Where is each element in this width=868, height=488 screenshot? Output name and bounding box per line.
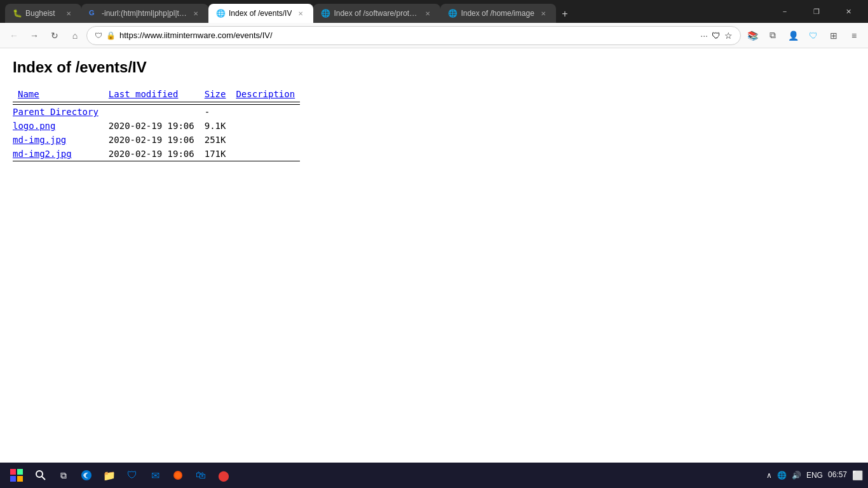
forward-button[interactable]: → [25,27,43,44]
reading-list-icon[interactable]: 📚 [743,27,761,44]
title-bar: 🐛 Bugheist ✕ G -inurl:(htm|html|php|pl|t… [0,0,868,23]
taskbar-volume-icon: 🔊 [792,471,801,480]
taskbar-edge-icon[interactable] [76,465,97,485]
close-button[interactable]: ✕ [834,0,863,23]
tab-label-events-iv: Index of /events/IV [229,9,292,18]
table-bottom-separator [13,161,300,162]
taskbar-shield-icon[interactable]: 🛡 [122,465,142,485]
taskbar-firefox-icon[interactable] [168,465,188,485]
col-header-last-modified: Last modified [104,86,200,102]
tab-label-home-image: Index of /home/image [461,9,534,18]
minimize-button[interactable]: − [770,0,799,23]
file-name-cell: Parent Directory [13,105,104,119]
svg-rect-1 [17,469,23,475]
tab-favicon-home-image: 🌐 [448,9,457,18]
back-button[interactable]: ← [5,27,23,44]
tab-close-software[interactable]: ✕ [423,8,433,18]
tab-bugheist[interactable]: 🐛 Bugheist ✕ [5,4,81,23]
file-link[interactable]: logo.png [13,121,55,131]
table-header-row: Name Last modified Size Description [13,86,300,102]
table-row: Parent Directory- [13,105,300,119]
tab-label-google: -inurl:(htm|html|php|pl|txt) in [102,9,187,18]
file-table: Name Last modified Size Description [13,86,300,161]
extensions-icon[interactable]: ⊞ [825,27,843,44]
tab-close-bugheist[interactable]: ✕ [64,8,74,18]
edge-icon [81,470,92,481]
parent-directory-link[interactable]: Parent Directory [13,107,98,117]
more-options-icon[interactable]: ··· [700,30,708,41]
firefox-logo-icon [173,471,182,480]
taskbar-network-icon: 🌐 [777,471,787,480]
file-description-cell [231,133,300,147]
taskbar-task-view-icon[interactable]: ⧉ [53,465,74,485]
page-content: Index of /events/IV Name Last modified S… [0,48,868,463]
taskbar-notification-icon[interactable]: ⬜ [852,470,863,480]
file-size-cell: 171K [200,147,231,161]
col-sort-size[interactable]: Size [205,89,226,99]
taskbar-up-arrow-icon[interactable]: ∧ [766,471,772,480]
tab-index-software[interactable]: 🌐 Index of /software/protant/rel ✕ [313,4,440,23]
tab-close-home-image[interactable]: ✕ [538,8,548,18]
tab-close-google[interactable]: ✕ [191,8,201,18]
file-link[interactable]: md-img2.jpg [13,149,72,159]
shield-icon: 🛡 [95,31,102,40]
account-icon[interactable]: 👤 [784,27,802,44]
taskbar-time: 06:57 [828,470,847,480]
tab-view-icon[interactable]: ⧉ [764,27,782,44]
tab-index-home-image[interactable]: 🌐 Index of /home/image ✕ [440,4,555,23]
bookmark-icon[interactable]: ☆ [724,30,733,41]
file-modified-cell [104,105,200,119]
tab-google-search[interactable]: G -inurl:(htm|html|php|pl|txt) in ✕ [81,4,208,23]
col-sort-last-modified[interactable]: Last modified [109,89,179,99]
windows-logo-icon [10,469,23,482]
file-description-cell [231,119,300,133]
file-size-cell: - [200,105,231,119]
nav-bar: ← → ↻ ⌂ 🛡 🔒 ··· 🛡 ☆ 📚 ⧉ 👤 🛡 ⊞ ≡ [0,23,868,48]
col-sort-description[interactable]: Description [236,89,295,99]
tab-label-bugheist: Bugheist [25,9,60,18]
start-button[interactable] [5,464,28,487]
taskbar-file-explorer-icon[interactable]: 📁 [99,465,119,485]
taskbar-language: ENG [806,471,823,480]
taskbar-search-icon[interactable] [31,465,51,485]
svg-rect-3 [17,476,23,482]
svg-point-4 [36,471,43,477]
table-row: md-img2.jpg2020-02-19 19:06171K [13,147,300,161]
address-bar[interactable] [119,30,696,40]
file-description-cell [231,147,300,161]
page-title: Index of /events/IV [13,58,855,76]
table-row: logo.png2020-02-19 19:069.1K [13,119,300,133]
new-tab-button[interactable]: + [556,5,574,23]
address-bar-container: 🛡 🔒 ··· 🛡 ☆ [86,26,741,45]
maximize-button[interactable]: ❐ [802,0,831,23]
tab-close-events-iv[interactable]: ✕ [295,8,306,18]
extension-icon[interactable]: 🛡 [804,27,822,44]
tab-favicon-events-iv: 🌐 [216,9,225,18]
menu-icon[interactable]: ≡ [845,27,863,44]
svg-line-5 [42,477,45,480]
taskbar-app-icon[interactable]: ⬤ [214,465,234,485]
taskbar-mail-icon[interactable]: ✉ [145,465,165,485]
tab-label-software: Index of /software/protant/rel [334,9,419,18]
file-modified-cell: 2020-02-19 19:06 [104,133,200,147]
tabs-container: 🐛 Bugheist ✕ G -inurl:(htm|html|php|pl|t… [5,0,765,23]
file-size-cell: 251K [200,133,231,147]
search-icon [35,470,46,481]
tab-favicon-google: G [89,9,98,18]
refresh-button[interactable]: ↻ [46,27,64,44]
col-sort-name[interactable]: Name [18,89,39,99]
tab-favicon-software: 🌐 [321,9,330,18]
taskbar: ⧉ 📁 🛡 ✉ 🛍 ⬤ ∧ 🌐 🔊 ENG 06:57 [0,463,868,488]
table-row: md-img.jpg2020-02-19 19:06251K [13,133,300,147]
file-link[interactable]: md-img.jpg [13,135,66,145]
taskbar-icons: ⧉ 📁 🛡 ✉ 🛍 ⬤ [31,465,764,485]
pocket-icon[interactable]: 🛡 [712,30,721,41]
file-name-cell: md-img.jpg [13,133,104,147]
file-description-cell [231,105,300,119]
home-button[interactable]: ⌂ [66,27,84,44]
tab-index-events-iv[interactable]: 🌐 Index of /events/IV ✕ [208,4,313,23]
svg-rect-0 [10,469,16,475]
taskbar-store-icon[interactable]: 🛍 [191,465,211,485]
file-modified-cell: 2020-02-19 19:06 [104,119,200,133]
file-name-cell: logo.png [13,119,104,133]
